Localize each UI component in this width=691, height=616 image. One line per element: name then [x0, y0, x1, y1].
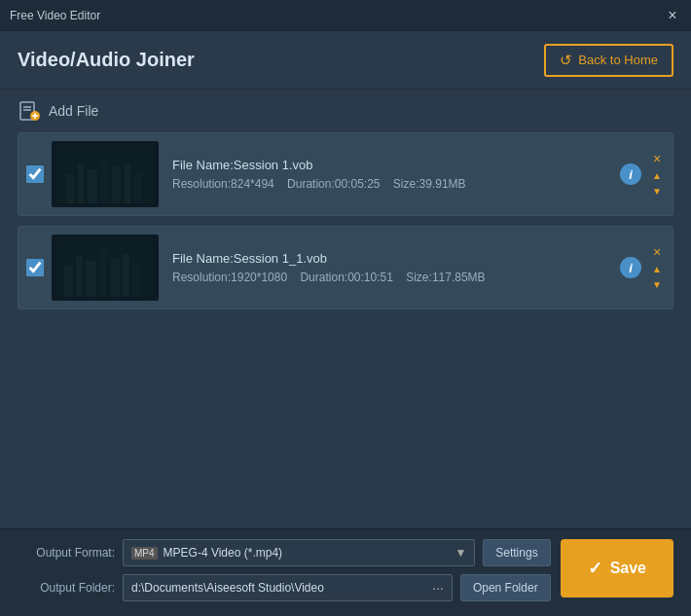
output-folder-row: Output Folder: d:\Documents\Aiseesoft St…	[18, 574, 551, 601]
folder-browse-button[interactable]: ···	[432, 580, 444, 596]
file-checkbox-1[interactable]	[26, 165, 44, 183]
add-file-svg	[18, 100, 40, 122]
info-button-1[interactable]: i	[620, 163, 641, 185]
settings-button[interactable]: Settings	[483, 539, 550, 566]
move-down-button-1[interactable]: ▼	[649, 185, 665, 199]
header: Video/Audio Joiner ↺ Back to Home	[0, 31, 691, 90]
output-format-row: Output Format: MP4 MPEG-4 Video (*.mp4) …	[18, 539, 551, 566]
file-name-2: File Name:Session 1_1.vob	[172, 251, 610, 266]
svg-rect-14	[56, 145, 154, 203]
output-folder-label: Output Folder:	[18, 581, 115, 595]
format-select[interactable]: MP4 MPEG-4 Video (*.mp4) ▼	[123, 539, 475, 566]
file-checkbox-2[interactable]	[26, 259, 44, 276]
file-thumbnail-1	[52, 141, 159, 207]
file-meta-2: Resolution:1920*1080 Duration:00:10:51 S…	[172, 271, 610, 284]
format-select-text: MP4 MPEG-4 Video (*.mp4)	[131, 546, 282, 560]
file-meta-1: Resolution:824*494 Duration:00:05:25 Siz…	[172, 177, 610, 191]
window-title: Free Video Editor	[10, 9, 100, 22]
svg-rect-23	[56, 238, 154, 297]
file-info-1: File Name:Session 1.vob Resolution:824*4…	[172, 158, 610, 191]
file-item-2: File Name:Session 1_1.vob Resolution:192…	[18, 226, 673, 309]
file-size-2: Size:117.85MB	[406, 271, 485, 284]
file-size-1: Size:39.91MB	[393, 177, 466, 191]
add-file-row[interactable]: Add File	[18, 99, 673, 123]
file-actions-2: i	[620, 257, 641, 278]
save-button[interactable]: ✓ Save	[561, 539, 673, 598]
remove-button-1[interactable]: ×	[650, 150, 664, 168]
open-folder-button[interactable]: Open Folder	[460, 574, 551, 601]
back-to-home-button[interactable]: ↺ Back to Home	[544, 44, 673, 77]
format-value: MPEG-4 Video (*.mp4)	[164, 546, 283, 560]
thumbnail-svg-1	[56, 145, 154, 203]
file-duration-2: Duration:00:10:51	[300, 271, 392, 284]
file-actions-1: i	[620, 163, 641, 185]
back-to-home-label: Back to Home	[578, 53, 658, 67]
save-check-icon: ✓	[588, 558, 602, 579]
file-side-actions-1: × ▲ ▼	[649, 150, 665, 199]
page-title: Video/Audio Joiner	[18, 49, 195, 71]
info-button-2[interactable]: i	[620, 257, 641, 278]
move-down-button-2[interactable]: ▼	[649, 278, 665, 292]
back-icon: ↺	[560, 52, 572, 69]
chevron-down-icon: ▼	[455, 546, 466, 560]
bottom-bar: Output Format: MP4 MPEG-4 Video (*.mp4) …	[0, 528, 691, 616]
move-up-button-2[interactable]: ▲	[649, 263, 665, 276]
title-bar: Free Video Editor ×	[0, 0, 691, 31]
output-format-label: Output Format:	[18, 546, 115, 560]
file-name-1: File Name:Session 1.vob	[172, 158, 610, 172]
file-side-actions-2: × ▲ ▼	[649, 243, 665, 293]
file-info-2: File Name:Session 1_1.vob Resolution:192…	[172, 251, 610, 284]
remove-button-2[interactable]: ×	[650, 243, 664, 262]
format-icon: MP4	[131, 547, 158, 560]
add-file-icon	[18, 99, 41, 123]
file-thumbnail-2	[52, 235, 159, 301]
close-button[interactable]: ×	[664, 7, 681, 24]
file-resolution-1: Resolution:824*494	[172, 177, 274, 191]
file-duration-1: Duration:00:05:25	[287, 177, 380, 191]
bottom-controls: Output Format: MP4 MPEG-4 Video (*.mp4) …	[18, 539, 673, 609]
folder-path: d:\Documents\Aiseesoft Studio\Video	[131, 581, 324, 595]
add-file-label: Add File	[49, 103, 98, 119]
file-resolution-2: Resolution:1920*1080	[172, 271, 287, 284]
save-label: Save	[610, 560, 646, 577]
folder-input: d:\Documents\Aiseesoft Studio\Video ···	[123, 574, 453, 601]
file-item: File Name:Session 1.vob Resolution:824*4…	[18, 132, 673, 216]
move-up-button-1[interactable]: ▲	[649, 169, 665, 183]
thumbnail-svg-2	[56, 238, 154, 297]
bottom-form: Output Format: MP4 MPEG-4 Video (*.mp4) …	[18, 539, 551, 609]
main-content: Add File File Name:Session 1.vob Res	[0, 90, 691, 528]
